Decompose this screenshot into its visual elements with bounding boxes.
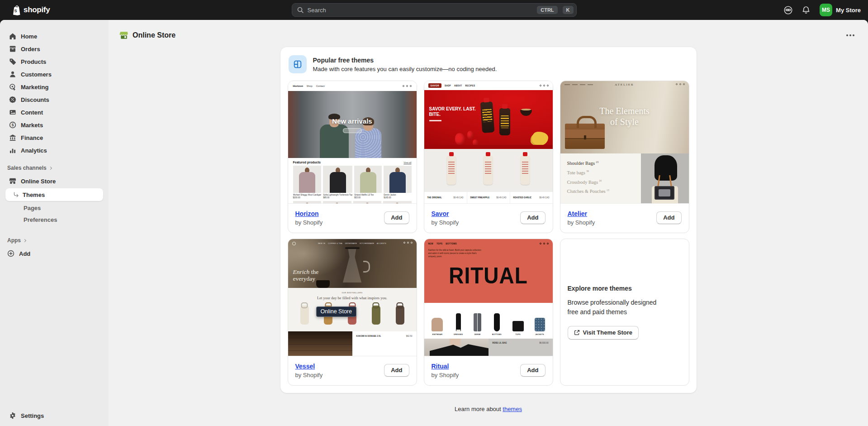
leather-bag-shape (565, 124, 605, 149)
nested-arrow-icon (13, 191, 19, 198)
sidebar-item-themes-selected[interactable]: Themes (5, 188, 103, 201)
sauce-bottle-shape (521, 156, 530, 185)
sales-channels-header[interactable]: Sales channels (0, 157, 109, 175)
gear-icon (9, 412, 16, 419)
atelier-hero-image: ATELIER The Elementsof Style (560, 81, 689, 153)
content-image-icon (9, 109, 16, 116)
themes-learn-more-link[interactable]: themes (503, 406, 522, 412)
ritual-theme-link[interactable]: Ritual (432, 363, 449, 370)
sidebar-item-marketing[interactable]: Marketing (0, 81, 109, 93)
jacket-shape (535, 318, 545, 331)
model-photo-shape (641, 153, 689, 203)
products-tag-icon (9, 58, 16, 65)
customers-person-icon (9, 71, 16, 78)
sidebar-item-analytics[interactable]: Analytics (0, 144, 109, 157)
savor-hero-image: SAVOR EVERY. LAST. BITE. (424, 90, 553, 149)
chevron-right-icon (49, 167, 52, 170)
sidebar-item-content[interactable]: Content (0, 106, 109, 119)
orders-icon (9, 45, 16, 53)
tumbler-shape (300, 306, 309, 325)
sidebar-item-preferences[interactable]: Preferences (0, 214, 109, 225)
add-ritual-button[interactable]: Add (520, 364, 545, 377)
finance-bank-icon (9, 134, 16, 141)
preview-header-icons (540, 85, 549, 86)
wood-cabinet-shape (288, 331, 352, 356)
themes-layout-icon (289, 55, 307, 73)
shopify-logo[interactable]: S shopify (12, 5, 50, 15)
preview-header-icons (540, 243, 549, 245)
theme-card-horizon: Horizon Shop Contact New arrivals (288, 81, 417, 233)
notifications-bell-icon[interactable] (799, 3, 813, 17)
topbar: S shopify Search CTRL K (0, 0, 868, 20)
add-horizon-button[interactable]: Add (384, 211, 409, 224)
chevron-right-icon (23, 239, 26, 242)
markets-globe-icon: $ (9, 121, 16, 129)
store-menu[interactable]: MS My Store (820, 4, 861, 16)
savor-theme-link[interactable]: Savor (432, 210, 449, 217)
online-store-tooltip: Online Store (316, 306, 356, 317)
page-title: Online Store (133, 31, 175, 39)
savor-theme-preview[interactable]: SAVOR SHOP ABOUT RECIPES SAVOR EVERY. LA… (424, 81, 553, 203)
tshirt-shape (512, 321, 524, 331)
atelier-theme-preview[interactable]: ATELIER The Elementsof Style Shoulder Ba… (560, 81, 689, 203)
sidebar-item-add-app[interactable]: Add (0, 247, 109, 260)
sidebar-item-customers[interactable]: Customers (0, 68, 109, 81)
shortcut-ctrl-key: CTRL (537, 6, 557, 14)
preview-header-icons (403, 242, 413, 244)
plus-circle-icon (7, 250, 14, 257)
topbar-actions: MS My Store (781, 3, 868, 17)
explore-body: Browse professionally designed free and … (568, 298, 682, 317)
vessel-theme-link[interactable]: Vessel (295, 363, 315, 370)
theme-card-ritual: NEW TOPS BOTTOMS Fashion for the wild at… (424, 239, 553, 386)
skirt-shape (494, 313, 500, 331)
add-savor-button[interactable]: Add (520, 211, 545, 224)
more-actions-button[interactable] (844, 32, 857, 39)
sidebar: Home Orders Products Customers Marketing… (0, 20, 109, 426)
theme-card-vessel: NEW IN COFFEE & TEA DRINKWARE KITCHENWAR… (288, 239, 417, 386)
denim-shape (474, 313, 481, 331)
theme-card-savor: SAVOR SHOP ABOUT RECIPES SAVOR EVERY. LA… (424, 81, 553, 233)
sidekick-icon[interactable] (781, 3, 795, 17)
pepper-shape (473, 139, 478, 146)
explore-title: Explore more themes (568, 285, 682, 292)
search-placeholder-text: Search (308, 7, 532, 14)
sidebar-item-home[interactable]: Home (0, 30, 109, 43)
visit-theme-store-button[interactable]: Visit Theme Store (568, 326, 639, 340)
horizon-hero-image: New arrivals (288, 91, 417, 158)
search-input[interactable]: Search CTRL K (292, 3, 577, 17)
discounts-badge-icon (9, 96, 16, 103)
shortcut-k-key: K (563, 6, 574, 14)
horizon-theme-preview[interactable]: Horizon Shop Contact New arrivals (288, 81, 417, 203)
main-content: Online Store Popular free themes Made wi… (109, 20, 868, 426)
ginger-shape (532, 132, 548, 145)
sidebar-item-settings[interactable]: Settings (0, 409, 109, 422)
vessel-theme-preview[interactable]: NEW IN COFFEE & TEA DRINKWARE KITCHENWAR… (288, 239, 417, 356)
ritual-hero-image: NEW TOPS BOTTOMS Fashion for the wild at… (424, 239, 553, 303)
dress-shape (456, 313, 461, 331)
themes-grid: Horizon Shop Contact New arrivals (288, 81, 689, 386)
ritual-theme-preview[interactable]: NEW TOPS BOTTOMS Fashion for the wild at… (424, 239, 553, 356)
external-link-icon (574, 330, 580, 335)
model-photo-shape (424, 339, 489, 356)
sidebar-item-pages[interactable]: Pages (0, 202, 109, 214)
horizon-theme-link[interactable]: Horizon (295, 210, 319, 217)
sidebar-item-products[interactable]: Products (0, 55, 109, 68)
vessel-hero-image: NEW IN COFFEE & TEA DRINKWARE KITCHENWAR… (288, 239, 417, 288)
sidebar-item-online-store[interactable]: Online Store (0, 175, 109, 187)
preview-header-icons (403, 85, 412, 87)
explore-themes-card: Explore more themes Browse professionall… (560, 239, 689, 386)
bowl-shape (520, 110, 532, 116)
page-header: Online Store (109, 20, 868, 47)
sidebar-item-markets[interactable]: $ Markets (0, 119, 109, 131)
atelier-theme-link[interactable]: Atelier (568, 210, 588, 217)
pepper-shape (467, 131, 474, 139)
svg-text:S: S (14, 9, 17, 13)
coffee-carafe-shape (340, 248, 365, 282)
tumbler-shape (396, 306, 404, 325)
apps-header[interactable]: Apps (0, 225, 109, 247)
add-atelier-button[interactable]: Add (656, 211, 681, 224)
sidebar-item-orders[interactable]: Orders (0, 43, 109, 55)
sidebar-item-discounts[interactable]: Discounts (0, 93, 109, 106)
add-vessel-button[interactable]: Add (384, 364, 409, 377)
sidebar-item-finance[interactable]: Finance (0, 131, 109, 144)
